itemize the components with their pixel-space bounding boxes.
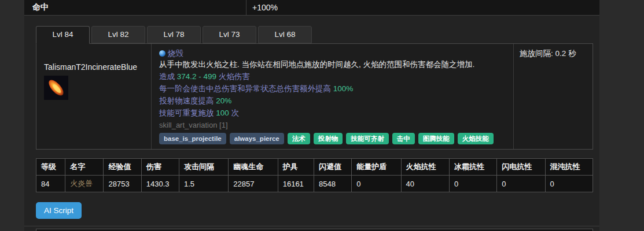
column-header-attack-interval: 攻击间隔 <box>179 159 229 176</box>
stat-label: 命中 <box>24 0 246 15</box>
column-header-level: 等级 <box>36 159 65 176</box>
skill-stat-lines: 造成 374.2 - 499 火焰伤害每一阶会使击中总伤害和异常状态总伤害额外提… <box>159 70 506 119</box>
section-divider <box>24 226 599 226</box>
column-header-spirit-life: 幽魂生命 <box>229 159 278 176</box>
cell-name: 火炎兽 <box>65 176 104 192</box>
skill-description: 从手中散发出火焰之柱. 当你站在相同地点施放的时间越久, 火焰的范围和伤害都会随… <box>159 58 506 70</box>
column-header-cold-res: 冰霜抗性 <box>449 159 496 176</box>
column-header-evasion: 闪避值 <box>314 159 351 176</box>
skill-tag: 法术 <box>288 133 310 144</box>
stat-value: +100% <box>246 0 599 15</box>
monster-stats-table: 等级名字经验值伤害攻击间隔幽魂生命护具闪避值能量护盾火焰抗性冰霜抗性闪电抗性混沌… <box>36 158 593 192</box>
skill-stat-line: 技能可重复施放 100 次 <box>159 107 506 119</box>
cell-armour: 16161 <box>278 176 314 192</box>
tab-lvl-68[interactable]: Lvl 68 <box>258 26 312 43</box>
skill-description-cell: 烧毁 从手中散发出火焰之柱. 当你站在相同地点施放的时间越久, 火焰的范围和伤害… <box>152 44 514 149</box>
cell-fire-res: 40 <box>401 176 449 192</box>
skill-tag: always_pierce <box>230 133 284 144</box>
column-header-fire-res: 火焰抗性 <box>401 159 449 176</box>
cell-experience: 28753 <box>104 176 141 192</box>
flame-skill-icon <box>44 76 68 100</box>
skill-tag: 技能可齐射 <box>346 133 389 144</box>
skill-stat-line: 造成 374.2 - 499 火焰伤害 <box>159 70 506 83</box>
skill-stat-line: 投射物速度提高 20% <box>159 95 506 107</box>
skill-tag-list: base_is_projectilealways_pierce法术投射物技能可齐… <box>159 133 506 144</box>
skill-panel: TalismanT2IncinerateBlue <box>36 43 593 150</box>
skill-art-note: skill_art_variation [1] <box>159 120 506 130</box>
column-header-damage: 伤害 <box>141 159 179 176</box>
cell-evasion: 8548 <box>314 176 351 192</box>
tab-lvl-78[interactable]: Lvl 78 <box>147 26 201 43</box>
cell-damage: 1430.3 <box>141 176 179 192</box>
cell-spirit-life: 22857 <box>229 176 278 192</box>
blue-gem-icon <box>159 50 165 57</box>
table-header-row: 等级名字经验值伤害攻击间隔幽魂生命护具闪避值能量护盾火焰抗性冰霜抗性闪电抗性混沌… <box>36 159 593 176</box>
skill-stat-line: 每一阶会使击中总伤害和异常状态总伤害额外提高 100% <box>159 83 506 95</box>
cell-energy-shield: 0 <box>352 176 401 192</box>
column-header-experience: 经验值 <box>104 159 141 176</box>
tab-lvl-82[interactable]: Lvl 82 <box>91 26 145 43</box>
skill-tag: 击中 <box>392 133 415 144</box>
monster-name-cell: TalismanT2IncinerateBlue <box>36 44 152 149</box>
skill-title-row: 烧毁 <box>159 49 506 58</box>
level-tab-bar: Lvl 84Lvl 82Lvl 78Lvl 73Lvl 68 <box>36 26 599 43</box>
skill-tag: 火焰技能 <box>458 133 494 144</box>
cell-lightning-res: 0 <box>497 176 545 192</box>
monster-name: TalismanT2IncinerateBlue <box>44 62 145 72</box>
table-row: 84火炎兽287531430.31.522857161618548040000 <box>36 176 593 192</box>
table-body: 84火炎兽287531430.31.522857161618548040000 <box>36 176 593 192</box>
tab-lvl-84[interactable]: Lvl 84 <box>36 26 90 44</box>
top-stat-row: 命中 +100% <box>24 0 599 16</box>
cell-attack-interval: 1.5 <box>179 176 229 192</box>
skill-tag: 投射物 <box>314 133 343 144</box>
column-header-armour: 护具 <box>278 159 314 176</box>
ai-script-button[interactable]: AI Script <box>36 202 82 219</box>
column-header-lightning-res: 闪电抗性 <box>497 159 545 176</box>
cast-interval-cell: 施放间隔: 0.2 秒 <box>514 44 593 149</box>
cell-chaos-res: 0 <box>545 176 593 192</box>
cast-interval: 施放间隔: 0.2 秒 <box>520 49 576 58</box>
skill-title: 烧毁 <box>168 49 183 58</box>
cell-level: 84 <box>36 176 65 192</box>
skill-tag: 图腾技能 <box>418 133 454 144</box>
column-header-energy-shield: 能量护盾 <box>352 159 401 176</box>
next-table-partial <box>36 229 593 231</box>
column-header-name: 名字 <box>65 159 104 176</box>
tab-lvl-73[interactable]: Lvl 73 <box>203 26 256 43</box>
content-column: 命中 +100% Lvl 84Lvl 82Lvl 78Lvl 73Lvl 68 … <box>24 0 599 231</box>
skill-tag: base_is_projectile <box>159 133 226 144</box>
column-header-chaos-res: 混沌抗性 <box>545 159 593 176</box>
cell-cold-res: 0 <box>449 176 496 192</box>
